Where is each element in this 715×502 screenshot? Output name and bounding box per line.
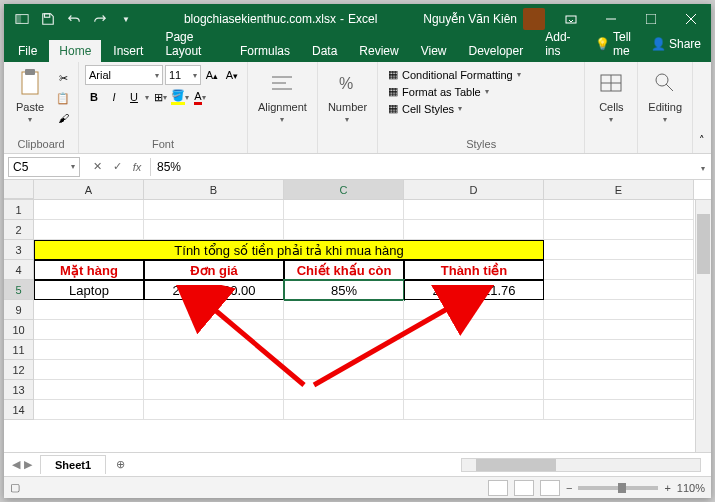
cell-a5[interactable]: Laptop — [34, 280, 144, 300]
row-header[interactable]: 3 — [4, 240, 34, 260]
group-font: Font — [85, 136, 241, 150]
decrease-font-icon[interactable]: A▾ — [223, 66, 241, 84]
row-header[interactable]: 14 — [4, 400, 34, 420]
cell-title[interactable]: Tính tổng số tiền phải trả khi mua hàng — [34, 240, 544, 260]
svg-rect-9 — [25, 69, 35, 75]
cells-button[interactable]: Cells▾ — [591, 65, 631, 126]
cell-c5-selected[interactable]: 85% — [284, 280, 404, 300]
title-filename: blogchiasekienthuc.com.xlsx — [184, 12, 336, 26]
row-header[interactable]: 9 — [4, 300, 34, 320]
redo-icon[interactable] — [88, 7, 112, 31]
col-header-d[interactable]: D — [404, 180, 544, 199]
svg-rect-8 — [22, 72, 38, 94]
sheet-tabs-bar: ◀ ▶ Sheet1 ⊕ — [4, 452, 711, 476]
row-header[interactable]: 2 — [4, 220, 34, 240]
vertical-scrollbar[interactable] — [695, 200, 711, 452]
macro-record-icon[interactable]: ▢ — [10, 481, 20, 494]
paste-button[interactable]: Paste▾ — [10, 65, 50, 126]
cancel-formula-icon[interactable]: ✕ — [88, 158, 106, 176]
tab-developer[interactable]: Developer — [459, 40, 534, 62]
number-button[interactable]: % Number▾ — [324, 65, 371, 126]
row-header[interactable]: 11 — [4, 340, 34, 360]
cell-styles[interactable]: ▦ Cell Styles ▾ — [384, 101, 578, 116]
tab-formulas[interactable]: Formulas — [230, 40, 300, 62]
conditional-formatting[interactable]: ▦ Conditional Formatting ▾ — [384, 67, 578, 82]
tab-review[interactable]: Review — [349, 40, 408, 62]
bold-button[interactable]: B — [85, 88, 103, 106]
expand-formula-icon[interactable]: ▾ — [695, 160, 711, 174]
row-header[interactable]: 10 — [4, 320, 34, 340]
cell-header-b[interactable]: Đơn giá — [144, 260, 284, 280]
col-header-c[interactable]: C — [284, 180, 404, 199]
tab-data[interactable]: Data — [302, 40, 347, 62]
enter-formula-icon[interactable]: ✓ — [108, 158, 126, 176]
zoom-out-icon[interactable]: − — [566, 482, 572, 494]
pagelayout-view-icon[interactable] — [514, 480, 534, 496]
zoom-in-icon[interactable]: + — [664, 482, 670, 494]
ribbon-tabs: File Home Insert Page Layout Formulas Da… — [4, 34, 711, 62]
font-name-combo[interactable]: Arial▾ — [85, 65, 163, 85]
cell-d5[interactable]: 23,529,411.76 — [404, 280, 544, 300]
col-header-b[interactable]: B — [144, 180, 284, 199]
user-name: Nguyễn Văn Kiên — [423, 12, 517, 26]
fill-color-icon[interactable]: 🪣▾ — [171, 88, 189, 106]
pagebreak-view-icon[interactable] — [540, 480, 560, 496]
tab-addins[interactable]: Add-ins — [535, 26, 587, 62]
name-box[interactable]: C5▾ — [8, 157, 80, 177]
sheet-nav-prev-icon[interactable]: ◀ — [12, 458, 20, 471]
cell-header-d[interactable]: Thành tiền — [404, 260, 544, 280]
increase-font-icon[interactable]: A▴ — [203, 66, 221, 84]
horizontal-scrollbar[interactable] — [461, 458, 701, 472]
tell-me[interactable]: 💡 Tell me — [589, 26, 637, 62]
group-number — [324, 148, 371, 150]
format-as-table[interactable]: ▦ Format as Table ▾ — [384, 84, 578, 99]
cut-icon[interactable]: ✂ — [54, 69, 72, 87]
border-icon[interactable]: ⊞▾ — [151, 88, 169, 106]
row-header[interactable]: 5 — [4, 280, 34, 300]
editing-button[interactable]: Editing▾ — [644, 65, 686, 126]
format-painter-icon[interactable]: 🖌 — [54, 109, 72, 127]
collapse-ribbon-icon[interactable]: ˄ — [693, 131, 711, 149]
normal-view-icon[interactable] — [488, 480, 508, 496]
svg-rect-5 — [646, 14, 656, 24]
tab-pagelayout[interactable]: Page Layout — [155, 26, 228, 62]
add-sheet-icon[interactable]: ⊕ — [110, 455, 130, 475]
row-header[interactable]: 12 — [4, 360, 34, 380]
select-all-corner[interactable] — [4, 180, 34, 199]
alignment-button[interactable]: Alignment▾ — [254, 65, 311, 126]
underline-button[interactable]: U — [125, 88, 143, 106]
formula-bar: C5▾ ✕ ✓ fx 85% ▾ — [4, 154, 711, 180]
undo-icon[interactable] — [62, 7, 86, 31]
cell-b5[interactable]: 20,000,000.00 — [144, 280, 284, 300]
title-app: Excel — [348, 12, 377, 26]
italic-button[interactable]: I — [105, 88, 123, 106]
row-header[interactable]: 1 — [4, 200, 34, 220]
cells-area[interactable]: Tính tổng số tiền phải trả khi mua hàng … — [34, 200, 711, 452]
window-title: blogchiasekienthuc.com.xlsx - Excel — [144, 12, 417, 26]
row-header[interactable]: 13 — [4, 380, 34, 400]
row-header[interactable]: 4 — [4, 260, 34, 280]
excel-icon — [10, 7, 34, 31]
col-header-e[interactable]: E — [544, 180, 694, 199]
zoom-slider[interactable] — [578, 486, 658, 490]
share-button[interactable]: 👤 Share — [645, 26, 707, 62]
svg-rect-1 — [16, 15, 21, 24]
font-size-combo[interactable]: 11▾ — [165, 65, 201, 85]
qat-more-icon[interactable]: ▼ — [114, 7, 138, 31]
copy-icon[interactable]: 📋 — [54, 89, 72, 107]
cell-header-a[interactable]: Mặt hàng — [34, 260, 144, 280]
tab-insert[interactable]: Insert — [103, 40, 153, 62]
formula-input[interactable]: 85% — [151, 160, 695, 174]
tab-file[interactable]: File — [8, 40, 47, 62]
tab-home[interactable]: Home — [49, 40, 101, 62]
zoom-level[interactable]: 110% — [677, 482, 705, 494]
save-icon[interactable] — [36, 7, 60, 31]
cell-header-c[interactable]: Chiết khấu còn — [284, 260, 404, 280]
font-color-icon[interactable]: A▾ — [191, 88, 209, 106]
sheet-nav-next-icon[interactable]: ▶ — [24, 458, 32, 471]
sheet-tab[interactable]: Sheet1 — [40, 455, 106, 474]
tab-view[interactable]: View — [411, 40, 457, 62]
ribbon: Paste▾ ✂ 📋 🖌 Clipboard Arial▾ 11▾ A▴ A▾ — [4, 62, 711, 154]
col-header-a[interactable]: A — [34, 180, 144, 199]
fx-icon[interactable]: fx — [128, 158, 146, 176]
